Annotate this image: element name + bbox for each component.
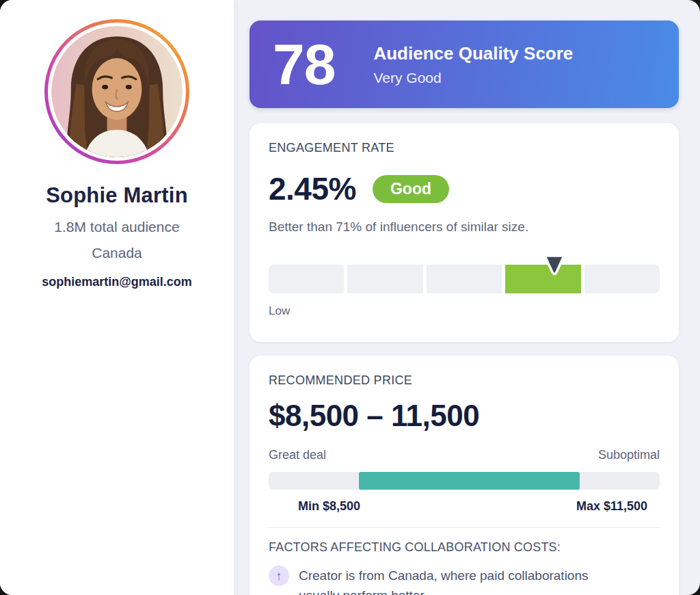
price-minmax-row: Min $8,500 Max $11,500 bbox=[269, 499, 660, 514]
profile-audience: 1.8M total audience bbox=[54, 219, 179, 235]
profile-location: Canada bbox=[92, 245, 142, 261]
avatar[interactable] bbox=[51, 26, 183, 157]
price-label-suboptimal: Suboptimal bbox=[598, 448, 660, 462]
quality-score-title: Audience Quality Score bbox=[373, 43, 573, 64]
price-heading: RECOMMENDED PRICE bbox=[269, 373, 660, 388]
factors-heading: FACTORS AFFECTING COLLABORATION COSTS: bbox=[269, 540, 660, 555]
scale-segment bbox=[584, 265, 660, 293]
profile-panel: Sophie Martin 1.8M total audience Canada… bbox=[0, 0, 234, 595]
price-bar-fill bbox=[359, 472, 580, 490]
profile-email[interactable]: sophiemartin@gmail.com bbox=[42, 275, 192, 289]
scale-segment bbox=[347, 265, 422, 293]
recommended-price-card: RECOMMENDED PRICE $8,500 – 11,500 Great … bbox=[250, 356, 679, 595]
engagement-heading: ENGAGEMENT RATE bbox=[269, 141, 660, 155]
price-min-label: Min $8,500 bbox=[298, 499, 360, 514]
engagement-marker-icon bbox=[541, 254, 567, 277]
engagement-scale-wrap bbox=[269, 265, 660, 293]
engagement-status-badge: Good bbox=[373, 175, 449, 203]
factors-list: ↑Creator is from Canada, where paid coll… bbox=[269, 566, 660, 595]
price-label-great-deal: Great deal bbox=[269, 448, 326, 462]
avatar-inner-ring bbox=[48, 23, 186, 161]
engagement-value: 2.45% bbox=[269, 170, 356, 207]
scale-segment bbox=[427, 265, 502, 293]
profile-name: Sophie Martin bbox=[46, 183, 188, 208]
scale-segment bbox=[269, 265, 344, 293]
divider bbox=[269, 527, 660, 528]
engagement-description: Better than 71% of influencers of simila… bbox=[269, 220, 660, 235]
arrow-up-icon: ↑ bbox=[269, 566, 289, 586]
main-content: 78 Audience Quality Score Very Good ENGA… bbox=[250, 0, 679, 595]
price-endpoint-labels: Great deal Suboptimal bbox=[269, 448, 660, 462]
quality-score-subtitle: Very Good bbox=[373, 70, 573, 86]
audience-quality-banner: 78 Audience Quality Score Very Good bbox=[250, 21, 679, 108]
price-range-track bbox=[269, 472, 660, 490]
engagement-rate-card: ENGAGEMENT RATE 2.45% Good Better than 7… bbox=[250, 123, 679, 342]
factor-item: ↑Creator is from Canada, where paid coll… bbox=[269, 566, 660, 595]
price-range-value: $8,500 – 11,500 bbox=[269, 399, 660, 433]
quality-score-value: 78 bbox=[273, 36, 335, 93]
scale-label-low: Low bbox=[269, 304, 660, 318]
engagement-value-row: 2.45% Good bbox=[269, 170, 660, 207]
factor-text: Creator is from Canada, where paid colla… bbox=[299, 566, 608, 595]
avatar-gradient-ring bbox=[44, 19, 189, 164]
influencer-dashboard: Sophie Martin 1.8M total audience Canada… bbox=[0, 0, 700, 595]
quality-score-texts: Audience Quality Score Very Good bbox=[373, 43, 573, 86]
price-max-label: Max $11,500 bbox=[576, 499, 647, 514]
engagement-scale-bar bbox=[269, 265, 660, 293]
